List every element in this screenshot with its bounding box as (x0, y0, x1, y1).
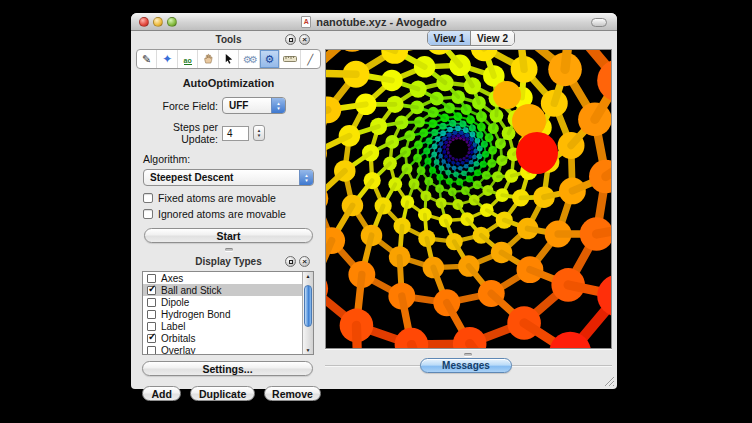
tool-dock: Tools × ✎✦ao⚙⚙⚙╱ AutoOptimization Force … (136, 33, 321, 401)
display-type-label: Label (161, 321, 185, 332)
tool-auto-optimize-button[interactable]: ⚙ (260, 50, 280, 68)
steps-per-update-input[interactable]: 4 (222, 126, 249, 141)
scrollbar[interactable]: ▲ ▼ (302, 272, 313, 354)
fixed-atoms-label: Fixed atoms are movable (158, 192, 276, 204)
display-type-label: Dipole (161, 297, 189, 308)
tool-draw-button[interactable]: ✎ (137, 50, 157, 68)
display-float-button[interactable] (285, 256, 296, 267)
ignored-atoms-label: Ignored atoms are movable (158, 208, 286, 220)
pencil-icon: ✎ (142, 53, 151, 66)
window-title: nanotube.xyz - Avogadro (316, 16, 447, 28)
double-gear-icon: ⚙⚙ (243, 53, 255, 65)
display-close-button[interactable]: × (299, 256, 310, 267)
display-type-row[interactable]: Hydrogen Bond (143, 308, 313, 320)
messages-button[interactable]: Messages (420, 358, 512, 373)
duplicate-button[interactable]: Duplicate (190, 386, 255, 401)
tool-measure-button[interactable] (280, 50, 300, 68)
display-type-label: Overlay (161, 345, 195, 356)
algorithm-label: Algorithm: (143, 153, 321, 165)
tools-float-button[interactable] (285, 34, 296, 45)
tool-auto-rotate-button[interactable]: ao (178, 50, 198, 68)
display-type-row[interactable]: Axes (143, 272, 313, 284)
view-tabs: View 1View 2 (427, 30, 515, 46)
checkmark-icon: ✓ (148, 283, 156, 294)
force-field-select[interactable]: UFF ▲▼ (222, 97, 286, 114)
fixed-atoms-checkbox[interactable] (143, 193, 153, 203)
tools-close-button[interactable]: × (299, 34, 310, 45)
display-type-row[interactable]: Overlay (143, 344, 313, 355)
display-type-row[interactable]: Label (143, 320, 313, 332)
panel-splitter[interactable] (136, 243, 321, 255)
splitter-handle-icon (225, 248, 233, 251)
tool-bond-centric-button[interactable]: ⚙⚙ (239, 50, 259, 68)
combo-stepper-icon: ▲▼ (271, 98, 285, 113)
tool-manipulate-button[interactable] (198, 50, 218, 68)
float-icon (289, 260, 293, 264)
title-bar: A nanotube.xyz - Avogadro (131, 13, 617, 31)
document-icon: A (301, 16, 311, 28)
display-panel-header: Display Types × (136, 255, 321, 268)
steps-per-update-label: Steps per Update: (136, 121, 222, 145)
scrollbar-thumb[interactable] (304, 285, 312, 327)
start-button[interactable]: Start (144, 228, 313, 243)
ignored-atoms-checkbox[interactable] (143, 209, 153, 219)
fixed-atoms-checkbox-row: Fixed atoms are movable (143, 192, 321, 204)
tools-panel-header: Tools × (136, 33, 321, 46)
messages-splitter-handle-icon (464, 353, 472, 356)
display-type-checkbox[interactable]: ✓ (147, 334, 156, 343)
close-icon: × (302, 258, 307, 266)
display-type-label: Hydrogen Bond (161, 309, 231, 320)
display-types-list: Axes✓Ball and StickDipoleHydrogen BondLa… (142, 271, 314, 355)
toolbar-toggle-button[interactable] (591, 18, 607, 27)
display-type-label: Orbitals (161, 333, 195, 344)
close-icon: × (302, 36, 307, 44)
ruler-icon (283, 53, 297, 65)
algorithm-select[interactable]: Steepest Descent ▲▼ (143, 169, 314, 186)
remove-button[interactable]: Remove (264, 386, 321, 401)
gear-icon: ⚙ (264, 53, 274, 66)
add-button[interactable]: Add (142, 386, 181, 401)
scroll-up-icon[interactable]: ▲ (303, 273, 313, 279)
display-type-checkbox[interactable] (147, 274, 156, 283)
tool-navigate-button[interactable]: ✦ (157, 50, 177, 68)
display-type-checkbox[interactable] (147, 346, 156, 355)
tool-align-button[interactable]: ╱ (301, 50, 320, 68)
cursor-arrow-icon (223, 53, 234, 66)
display-type-checkbox[interactable] (147, 298, 156, 307)
tool-selection-button[interactable] (219, 50, 239, 68)
scroll-down-icon[interactable]: ▼ (303, 347, 313, 353)
settings-button[interactable]: Settings... (142, 361, 313, 376)
display-type-label: Axes (161, 273, 183, 284)
diagonal-line-icon: ╱ (307, 53, 313, 65)
combo-stepper-icon: ▲▼ (299, 170, 313, 185)
display-type-checkbox[interactable] (147, 310, 156, 319)
display-type-checkbox[interactable]: ✓ (147, 286, 156, 295)
steps-stepper[interactable]: ▲▼ (253, 125, 265, 141)
ignored-atoms-checkbox-row: Ignored atoms are movable (143, 208, 321, 220)
tab-view-2[interactable]: View 2 (471, 31, 514, 45)
gl-viewport[interactable] (325, 49, 612, 349)
tool-selector-bar: ✎✦ao⚙⚙⚙╱ (136, 49, 321, 69)
float-icon (289, 38, 293, 42)
ao-badge-icon: ao (184, 53, 192, 65)
hand-icon (203, 53, 214, 66)
display-type-row[interactable]: ✓Ball and Stick (143, 284, 313, 296)
display-type-row[interactable]: ✓Orbitals (143, 332, 313, 344)
tab-view-1[interactable]: View 1 (428, 31, 471, 45)
force-field-label: Force Field: (136, 100, 222, 112)
screen: A nanotube.xyz - Avogadro Tools × ✎✦ao⚙⚙… (0, 0, 752, 423)
avogadro-window: A nanotube.xyz - Avogadro Tools × ✎✦ao⚙⚙… (131, 13, 617, 389)
resize-grip[interactable] (602, 374, 615, 387)
tool-settings-title: AutoOptimization (136, 77, 321, 89)
display-type-row[interactable]: Dipole (143, 296, 313, 308)
display-type-checkbox[interactable] (147, 322, 156, 331)
four-point-star-icon: ✦ (162, 52, 172, 66)
checkmark-icon: ✓ (148, 331, 156, 342)
display-type-label: Ball and Stick (161, 285, 222, 296)
